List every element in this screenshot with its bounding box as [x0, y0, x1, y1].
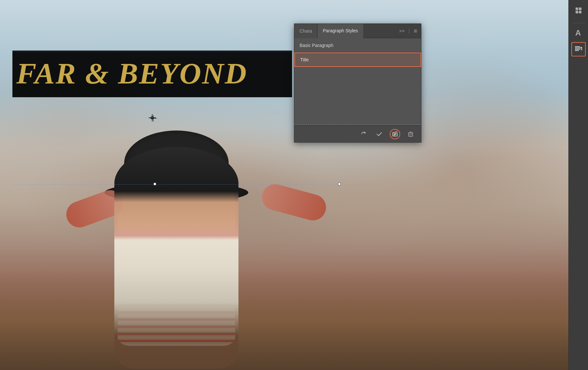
title-text[interactable]: FAR & BEYOND	[15, 52, 247, 91]
guide-bottom	[12, 184, 339, 185]
crosshair-icon	[149, 114, 156, 121]
styles-list: Basic Paragraph Title	[294, 38, 421, 67]
right-panel: A	[568, 0, 588, 370]
svg-rect-15	[576, 8, 578, 10]
tab-more-chevron[interactable]: >>	[399, 28, 404, 34]
tab-overflow: >> | ≡	[399, 28, 421, 34]
canvas-area: FAR & BEYOND	[0, 0, 568, 370]
tab-character[interactable]: Chara	[294, 24, 318, 38]
paragraph-styles-icon	[574, 45, 583, 54]
style-item-basic-paragraph-label: Basic Paragraph	[300, 43, 334, 48]
redefine-style-button[interactable]	[358, 129, 369, 139]
delete-icon	[407, 131, 414, 137]
new-style-button[interactable]	[390, 129, 400, 139]
type-icon: A	[574, 28, 583, 38]
tab-paragraph-styles[interactable]: Paragraph Styles	[318, 24, 363, 38]
svg-rect-21	[575, 48, 581, 48]
new-style-icon	[392, 131, 398, 137]
svg-rect-23	[575, 50, 579, 51]
svg-rect-18	[579, 11, 581, 13]
divider-1	[572, 23, 585, 23]
person-body	[114, 147, 238, 369]
apply-style-button[interactable]	[374, 129, 384, 139]
libraries-icon	[574, 6, 583, 15]
redefine-icon	[360, 131, 367, 137]
tab-paragraph-styles-label: Paragraph Styles	[323, 28, 358, 33]
selection-handle-mid[interactable]	[154, 183, 156, 185]
delete-style-button[interactable]	[405, 129, 416, 139]
person-figure	[65, 131, 327, 370]
guide-top	[12, 52, 339, 52]
panel-menu-icon[interactable]: ≡	[414, 28, 417, 34]
panel-footer	[294, 125, 421, 142]
svg-rect-22	[575, 49, 580, 50]
paragraph-styles-panel: Chara Paragraph Styles >> | ≡ Basic Para…	[294, 23, 421, 143]
checkmark-icon	[376, 131, 383, 137]
tab-character-label: Chara	[300, 28, 312, 34]
svg-rect-17	[576, 11, 578, 13]
libraries-button[interactable]	[571, 3, 586, 18]
style-item-title-label: Title	[300, 57, 309, 62]
paragraph-styles-toolbar-button[interactable]	[571, 42, 586, 56]
selection-handle-right[interactable]	[338, 183, 341, 185]
svg-rect-10	[409, 133, 413, 136]
arm-right	[259, 181, 329, 223]
style-item-title[interactable]: Title	[294, 53, 421, 67]
style-item-basic-paragraph[interactable]: Basic Paragraph	[294, 38, 421, 53]
svg-text:A: A	[575, 28, 581, 37]
svg-rect-20	[575, 46, 580, 47]
type-styles-button[interactable]: A	[571, 25, 586, 41]
panel-header: Chara Paragraph Styles >> | ≡	[294, 24, 421, 38]
svg-rect-16	[579, 8, 581, 10]
